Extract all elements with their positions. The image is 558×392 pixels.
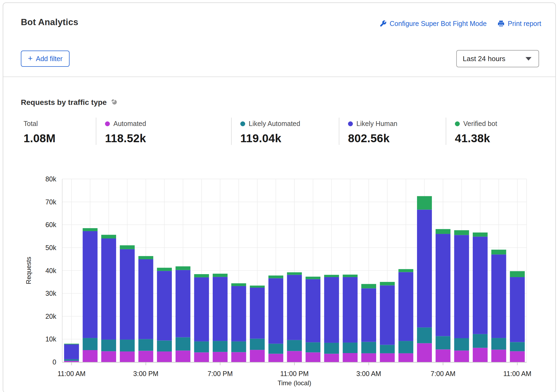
print-link-label: Print report	[508, 20, 541, 28]
y-axis-title: Requests	[25, 257, 32, 284]
bar-segment-likely-human	[454, 235, 469, 338]
bar-segment-likely-automated	[454, 338, 469, 351]
bar-segment-likely-automated	[231, 341, 246, 352]
bar-segment-verified-bot	[324, 275, 339, 277]
bar-segment-likely-human	[491, 254, 506, 338]
x-tick-label: 11:00 AM	[57, 370, 86, 377]
bar-segment-automated	[306, 352, 320, 362]
bar-segment-verified-bot	[231, 283, 246, 286]
print-report-link[interactable]: Print report	[497, 20, 541, 28]
page-title: Bot Analytics	[21, 17, 78, 27]
stat-likely-human: Likely Human 802.56k	[339, 118, 446, 145]
bar-segment-automated	[83, 350, 98, 362]
wrench-icon	[379, 20, 387, 27]
bar-segment-likely-automated	[138, 339, 153, 351]
x-tick-label: 3:00 PM	[133, 370, 158, 377]
add-filter-label: Add filter	[36, 55, 63, 63]
likely-automated-legend-dot	[240, 121, 245, 126]
bar-segment-automated	[101, 351, 116, 362]
y-tick-label: 60k	[45, 221, 57, 228]
bar-segment-verified-bot	[287, 272, 302, 275]
bar-segment-verified-bot	[138, 256, 153, 259]
add-filter-button[interactable]: + Add filter	[21, 51, 70, 67]
bar-segment-likely-human	[101, 238, 116, 340]
x-tick-label: 11:00 PM	[280, 370, 308, 377]
stat-automated-value: 118.52k	[105, 132, 228, 145]
bar-segment-automated	[120, 351, 135, 362]
stat-automated-label: Automated	[113, 120, 146, 128]
bar-segment-likely-human	[510, 277, 525, 342]
bar-segment-likely-automated	[473, 334, 488, 348]
bar-segment-automated	[398, 353, 413, 362]
y-tick-label: 20k	[45, 313, 57, 320]
time-range-value: Last 24 hours	[463, 55, 506, 63]
header-divider	[3, 77, 555, 77]
bar-segment-likely-automated	[101, 340, 116, 351]
x-tick-label: 7:00 AM	[431, 370, 455, 377]
time-range-select[interactable]: Last 24 hours	[456, 50, 539, 67]
traffic-type-stats: Total 1.08M Automated 118.52k Likely Aut…	[21, 118, 543, 145]
y-tick-label: 70k	[45, 198, 57, 206]
bar-segment-verified-bot	[473, 232, 488, 237]
bar-segment-likely-human	[398, 272, 413, 341]
pie-chart-icon	[111, 99, 118, 107]
bar-segment-verified-bot	[83, 228, 98, 231]
y-tick-label: 30k	[45, 290, 57, 297]
bar-segment-automated	[380, 353, 395, 362]
bar-segment-likely-human	[194, 277, 209, 341]
bar-segment-verified-bot	[380, 282, 395, 285]
bar-segment-likely-human	[343, 277, 357, 343]
stat-likely-automated-label: Likely Automated	[249, 120, 300, 128]
configure-super-bot-fight-mode-link[interactable]: Configure Super Bot Fight Mode	[379, 20, 487, 28]
chart-area: 010k20k30k40k50k60k70k80k11:00 AM3:00 PM…	[17, 173, 545, 387]
bar-segment-likely-automated	[380, 345, 395, 353]
section-title-row: Requests by traffic type	[21, 98, 118, 107]
bar-segment-likely-human	[213, 277, 228, 341]
bar-segment-likely-human	[64, 344, 79, 359]
bar-segment-likely-automated	[194, 341, 209, 353]
bar-segment-likely-automated	[287, 340, 302, 351]
bar-segment-likely-automated	[157, 340, 172, 351]
bar-segment-automated	[157, 351, 172, 362]
bar-segment-likely-automated	[510, 342, 525, 351]
bar-segment-likely-human	[287, 275, 302, 340]
bar-segment-likely-automated	[398, 341, 413, 353]
bar-segment-automated	[64, 361, 79, 362]
bar-segment-automated	[231, 352, 246, 362]
bar-segment-likely-automated	[306, 342, 320, 352]
bar-segment-verified-bot	[176, 266, 191, 270]
bar-segment-likely-human	[268, 278, 283, 344]
bar-segment-likely-automated	[213, 341, 228, 352]
bar-segment-likely-automated	[83, 338, 98, 350]
bar-segment-likely-human	[83, 231, 98, 338]
bar-segment-automated	[343, 353, 357, 362]
bar-segment-verified-bot	[213, 274, 228, 277]
stat-likely-human-value: 802.56k	[348, 132, 443, 145]
bar-segment-likely-automated	[268, 344, 283, 354]
bar-segment-likely-automated	[491, 338, 506, 350]
bar-segment-automated	[491, 350, 506, 362]
bar-segment-verified-bot	[120, 245, 135, 249]
y-tick-label: 0	[52, 358, 56, 366]
bar-segment-automated	[473, 348, 488, 362]
stat-likely-automated-value: 119.04k	[240, 132, 336, 145]
bar-segment-likely-human	[324, 277, 339, 343]
bar-segment-likely-human	[157, 271, 172, 340]
stat-likely-human-label: Likely Human	[356, 120, 397, 128]
bar-segment-likely-automated	[417, 327, 432, 343]
x-axis-title: Time (local)	[278, 379, 311, 387]
bar-segment-likely-human	[250, 288, 265, 339]
bar-segment-automated	[324, 354, 339, 362]
stat-automated: Automated 118.52k	[96, 118, 231, 145]
stat-verified-bot-label: Verified bot	[463, 120, 497, 128]
bar-segment-likely-human	[473, 237, 488, 334]
bar-segment-likely-automated	[120, 340, 135, 351]
chevron-down-icon	[526, 57, 531, 61]
bar-segment-automated	[287, 351, 302, 362]
bar-segment-verified-bot	[454, 230, 469, 235]
verified-bot-legend-dot	[455, 121, 460, 126]
bar-segment-likely-human	[231, 286, 246, 341]
bar-segment-likely-human	[120, 249, 135, 340]
bar-segment-verified-bot	[157, 268, 172, 271]
bar-segment-automated	[250, 350, 265, 362]
